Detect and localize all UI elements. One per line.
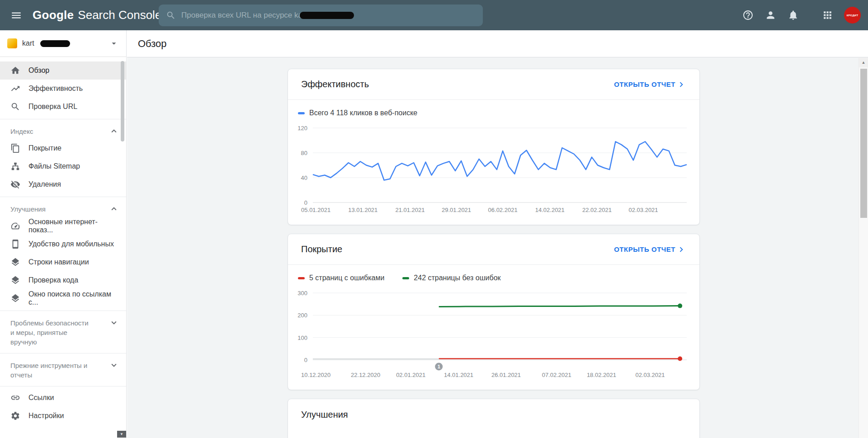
legend-label: Всего 4 118 кликов в веб-поиске [309,109,417,117]
sidebar-item[interactable]: Файлы Sitemap [0,157,126,175]
redacted-text-overlay [40,40,70,47]
section-label: Проблемы безопасности и меры, принятые в… [10,318,91,347]
notifications-button[interactable] [783,5,803,26]
help-button[interactable] [737,5,758,26]
sidebar-item[interactable]: Удобство для мобильных [0,235,126,253]
page-title: Обзор [138,38,167,50]
legend-marker [298,112,305,114]
coverage-chart: 010020030010.12.202022.12.202002.01.2021… [297,286,691,383]
sidebar-group: ОбзорЭффективностьПроверка URL [0,61,126,116]
sidebar-item[interactable]: Строки навигации [0,253,126,271]
property-selector[interactable]: kart [0,30,126,57]
top-app-bar: Google Search Console КРЕДИТ [0,0,868,30]
link-icon [10,393,20,403]
card-header: Улучшения [288,399,699,430]
sidebar-section-header[interactable]: Индекс [0,122,126,139]
sidebar-group: Прежние инструменты и отчеты [0,353,126,383]
url-inspection-searchbox[interactable] [159,5,483,26]
sidebar-item-label: Основные интернет-показ... [28,218,122,234]
svg-text:05.01.2021: 05.01.2021 [301,207,330,213]
sidebar-item-label: Окно поиска по ссылкам с... [28,290,122,306]
smartphone-icon [10,239,20,249]
sidebar-item[interactable]: Окно поиска по ссылкам с... [0,289,126,307]
open-report-label: ОТКРЫТЬ ОТЧЕТ [614,80,675,88]
sidebar-item[interactable]: Ссылки [0,389,126,407]
sidebar-item[interactable]: Покрытие [0,139,126,157]
sidebar-section-header[interactable]: Проблемы безопасности и меры, принятые в… [0,313,126,350]
chevron-right-icon [676,245,686,254]
layers-icon [10,275,20,285]
chevron-down-icon [109,318,119,328]
chevron-right-icon [676,80,686,89]
home-icon [10,66,20,75]
svg-text:100: 100 [297,334,307,341]
sidebar-item[interactable]: Эффективность [0,80,126,98]
sidebar-item[interactable]: Удаления [0,175,126,193]
menu-button[interactable] [0,0,33,30]
property-favicon [7,38,17,48]
content-scroll-area: Эффективность ОТКРЫТЬ ОТЧЕТ Всего 4 118 … [127,58,868,438]
sidebar-item-label: Файлы Sitemap [28,162,80,170]
card-title: Покрытие [301,244,342,254]
svg-text:02.03.2021: 02.03.2021 [629,207,658,213]
sidebar-item[interactable]: Проверка URL [0,98,126,116]
app-logo: Google Search Console [33,8,161,22]
svg-text:120: 120 [297,125,307,132]
svg-text:10.12.2020: 10.12.2020 [301,372,330,378]
sidebar-scroll-down-button[interactable]: ▼ [117,431,126,438]
card-body: Всего 4 118 кликов в веб-поиске 04080120… [288,100,699,225]
main-scrollbar[interactable]: ▲ [859,58,868,438]
sidebar-item[interactable]: Обзор [0,61,126,80]
main-scrollbar-thumb[interactable] [860,69,867,218]
trending-up-icon [10,84,20,94]
logo-google: Google [33,8,74,22]
legend-marker [402,277,409,279]
apps-button[interactable] [817,5,838,26]
sidebar-item-label: Проверка URL [28,103,77,111]
open-report-link[interactable]: ОТКРЫТЬ ОТЧЕТ [614,245,686,254]
scroll-up-button[interactable]: ▲ [859,58,868,67]
dropdown-caret-icon [109,38,119,48]
svg-text:14.02.2021: 14.02.2021 [535,207,565,213]
sidebar-item[interactable]: Основные интернет-показ... [0,217,126,235]
section-label: Индекс [10,127,33,136]
sidebar-item[interactable]: Проверка кода [0,271,126,289]
sidebar-section-header[interactable]: Улучшения [0,199,126,217]
user-settings-button[interactable] [760,5,781,26]
sidebar-item-label: Проверка кода [28,276,78,284]
sidebar-item[interactable]: Настройки [0,407,126,425]
performance-card: Эффективность ОТКРЫТЬ ОТЧЕТ Всего 4 118 … [288,69,700,225]
svg-text:02.03.2021: 02.03.2021 [635,372,665,378]
section-label: Прежние инструменты и отчеты [10,361,91,380]
chevron-up-icon [109,126,119,136]
sidebar-nav: ОбзорЭффективностьПроверка URLИндексПокр… [0,57,126,425]
main-area: Обзор Эффективность ОТКРЫТЬ ОТЧЕТ Всего … [127,30,868,438]
account-avatar[interactable]: КРЕДИТ [844,7,861,24]
section-label: Улучшения [10,204,46,214]
sidebar-group: УлучшенияОсновные интернет-показ...Удобс… [0,197,126,307]
svg-text:13.01.2021: 13.01.2021 [348,207,377,213]
sidebar-item-label: Обзор [28,66,49,75]
svg-text:0: 0 [304,199,307,206]
svg-text:18.02.2021: 18.02.2021 [587,372,616,378]
chevron-up-icon [109,204,119,214]
sidebar-item-label: Удобство для мобильных [28,240,114,248]
layers-icon [10,293,20,303]
chart-legend: Всего 4 118 кликов в веб-поиске [298,109,690,117]
svg-text:22.02.2021: 22.02.2021 [582,207,612,213]
svg-text:07.02.2021: 07.02.2021 [542,372,571,378]
card-title: Улучшения [301,410,348,420]
svg-text:02.01.2021: 02.01.2021 [396,372,425,378]
sidebar-item-label: Покрытие [28,144,61,152]
svg-text:1: 1 [438,364,440,369]
layers-icon [10,257,20,267]
open-report-link[interactable]: ОТКРЫТЬ ОТЧЕТ [614,80,686,89]
legend-marker [298,277,305,279]
eye-off-icon [10,179,20,189]
svg-text:29.01.2021: 29.01.2021 [442,207,471,213]
sidebar-section-header[interactable]: Прежние инструменты и отчеты [0,356,126,383]
property-name: kart [22,39,34,47]
sidebar-scrollbar-thumb[interactable] [121,61,124,141]
card-header: Покрытие ОТКРЫТЬ ОТЧЕТ [288,234,699,265]
sidebar-item-label: Строки навигации [28,258,89,266]
